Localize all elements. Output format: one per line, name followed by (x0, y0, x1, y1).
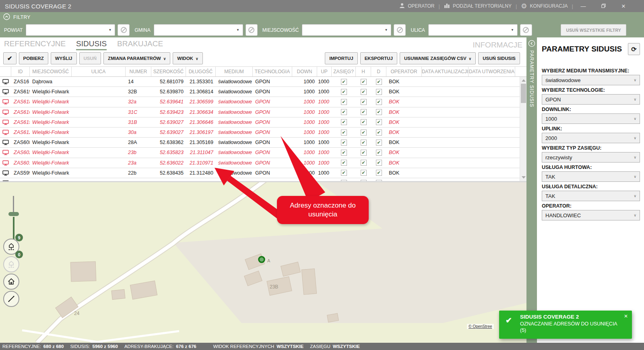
checkbox-h[interactable]: ✔ (361, 79, 367, 85)
scroll-up-icon[interactable] (522, 79, 526, 82)
select-all-button[interactable]: ✔ (3, 52, 17, 64)
column-header-data_utworzenia[interactable]: DATA UTWORZENIA (469, 67, 515, 76)
filter-combobox-ulica[interactable]: ▼ (428, 24, 518, 36)
scrollbar-thumb[interactable] (521, 84, 526, 103)
zmiana-parametrow-button[interactable]: ZMIANA PARAMETRÓW∨ (103, 52, 170, 64)
checkbox-d[interactable]: ✔ (376, 99, 382, 105)
parameter-select-typ-zasiegu[interactable]: rzeczywisty∨ (542, 152, 640, 163)
tab-referencyjne[interactable]: REFERENCYJNE (4, 39, 66, 50)
zoom-slider-handle[interactable] (8, 212, 19, 216)
close-button[interactable]: ✕ (621, 3, 626, 9)
checkbox-d[interactable]: ✔ (376, 170, 382, 176)
checkbox-d[interactable]: ✔ (376, 130, 382, 136)
table-row[interactable]: ZAS612Wielątki-Folwark30a52.63902721.306… (0, 128, 526, 138)
eksportuj-button[interactable]: EKSPORTUJ (360, 52, 397, 64)
show-missing-markers-button[interactable] (3, 256, 19, 272)
checkbox-d[interactable]: ✔ (376, 160, 382, 166)
checkbox-zasieg[interactable]: ✔ (341, 150, 347, 156)
operator-menu-item[interactable]: OPERATOR (395, 3, 438, 10)
clear-filter-button-powiat[interactable] (118, 24, 130, 36)
maximize-button[interactable] (601, 3, 606, 9)
home-view-button[interactable] (3, 274, 19, 290)
table-scrollbar[interactable] (520, 77, 526, 181)
checkbox-d[interactable]: ✔ (376, 109, 382, 115)
checkbox-zasieg[interactable]: ✔ (341, 119, 347, 125)
table-row[interactable]: ZAS16Dąbrowa1452.68107921.353301światłow… (0, 77, 526, 87)
checkbox-zasieg[interactable]: ✔ (341, 140, 347, 146)
table-row[interactable]: ZAS608Wielątki-Folwark28A52.63836221.305… (0, 138, 526, 148)
refresh-button[interactable]: ⟳ (628, 43, 640, 55)
table-row[interactable]: ✔✔✔ (0, 178, 526, 181)
column-header-miejscowosc[interactable]: MIEJSCOWOŚĆ (30, 67, 72, 76)
checkbox-d[interactable]: ✔ (376, 79, 382, 85)
checkbox-d[interactable]: ✔ (376, 140, 382, 146)
checkbox-zasieg[interactable]: ✔ (341, 109, 347, 115)
parameter-select-usluga-detaliczna[interactable]: TAK∨ (542, 191, 640, 201)
tab-informacje[interactable]: INFORMACJE (473, 41, 523, 50)
column-header-operator[interactable]: OPERATOR (386, 67, 422, 76)
parameter-select-technologia[interactable]: GPON∨ (542, 94, 640, 105)
filter-combobox-gmina[interactable]: ▼ (154, 24, 243, 36)
checkbox-zasieg[interactable]: ✔ (341, 79, 347, 85)
column-header-up[interactable]: UP (317, 67, 332, 76)
table-row[interactable]: ZAS615Wielątki-Folwark31B52.63902721.306… (0, 117, 526, 128)
column-header-szerokosc[interactable]: SZEROKOŚĆ (151, 67, 186, 76)
pobierz-button[interactable]: POBIERZ (19, 52, 48, 64)
collapse-filters-icon[interactable] (3, 13, 10, 22)
parameter-select-usluga-hurtowa[interactable]: TAK∨ (542, 171, 640, 182)
checkbox-zasieg[interactable]: ✔ (341, 99, 347, 105)
clear-filter-button-gmina[interactable] (246, 24, 258, 36)
minimize-button[interactable]: — (580, 3, 586, 9)
parameter-select-downlink[interactable]: 1000∨ (542, 113, 640, 124)
column-header-ulica[interactable]: ULICA (72, 67, 126, 76)
column-header-h[interactable]: H (356, 67, 371, 76)
map-marker[interactable] (259, 257, 264, 262)
column-header-medium[interactable]: MEDIUM (216, 67, 253, 76)
table-row[interactable]: ZAS599Wielątki-Folwark22b52.63843521.312… (0, 168, 526, 178)
importuj-button[interactable]: IMPORTUJ (325, 52, 357, 64)
filter-combobox-powiat[interactable]: ▼ (26, 24, 115, 36)
table-row[interactable]: ZAS602Wielątki-Folwark23b52.63582321.311… (0, 148, 526, 158)
column-header-zasieg[interactable]: ZASIĘG? (332, 67, 356, 76)
checkbox-zasieg[interactable]: ✔ (341, 130, 347, 136)
checkbox-zasieg[interactable]: ✔ (341, 89, 347, 95)
podzial-terytorialny-menu-item[interactable]: PODZIAŁ TERYTORIALNY (440, 3, 516, 9)
column-header-dlugosc[interactable]: DŁUGOŚĆ (186, 67, 216, 76)
table-row[interactable]: ZAS618Wielątki-Folwark32a52.63964121.306… (0, 97, 526, 107)
map-zoom-slider[interactable] (8, 196, 19, 239)
column-header-data_aktualizacji[interactable]: DATA AKTUALIZACJI (422, 67, 469, 76)
checkbox-h[interactable]: ✔ (361, 140, 367, 146)
column-header-id[interactable]: ID (11, 67, 30, 76)
checkbox-d[interactable]: ✔ (376, 89, 382, 95)
column-header-down[interactable]: DOWN (292, 67, 317, 76)
checkbox-zasieg[interactable]: ✔ (341, 170, 347, 176)
konfiguracja-menu-item[interactable]: ⚙ KONFIGURACJA (517, 2, 572, 10)
table-row[interactable]: ZAS616Wielątki-Folwark31C52.63942321.306… (0, 107, 526, 117)
table-row[interactable]: ZAS601Wielątki-Folwark23a52.63602221.310… (0, 158, 526, 168)
column-header-technologia[interactable]: TECHNOLOGIA (253, 67, 292, 76)
checkbox-d[interactable]: ✔ (376, 150, 382, 156)
wyslij-button[interactable]: WYŚLIJ (51, 52, 77, 64)
filter-combobox-miejscowosc[interactable]: ▼ (302, 24, 391, 36)
checkbox-h[interactable]: ✔ (361, 170, 367, 176)
widok-button[interactable]: WIDOK∨ (173, 52, 202, 64)
clear-filter-button-miejscowosc[interactable] (394, 24, 406, 36)
toast-close-icon[interactable]: ✕ (624, 313, 628, 319)
checkbox-h[interactable]: ✔ (361, 109, 367, 115)
checkbox-d[interactable]: ✔ (376, 119, 382, 125)
usun-button[interactable]: USUŃ (79, 52, 101, 64)
checkbox-h[interactable]: ✔ (361, 160, 367, 166)
checkbox-h[interactable]: ✔ (361, 119, 367, 125)
parameter-select-uplink[interactable]: 2000∨ (542, 133, 640, 143)
checkbox-zasieg[interactable]: ✔ (341, 160, 347, 166)
measure-button[interactable] (3, 291, 19, 307)
clear-all-filters-button[interactable]: USUŃ WSZYSTKIE FILTRY (561, 24, 626, 36)
clear-filter-button-ulica[interactable] (520, 24, 532, 36)
collapse-panel-icon[interactable] (528, 40, 535, 49)
parameter-select-medium[interactable]: światłowodowe∨ (542, 75, 640, 85)
parameter-select-operator[interactable]: HANDLOWIEC∨ (542, 210, 640, 220)
checkbox-h[interactable]: ✔ (361, 150, 367, 156)
scroll-down-icon[interactable] (522, 176, 526, 179)
table-row[interactable]: ZAS619Wielątki-Folwark32B52.63987021.306… (0, 87, 526, 97)
column-header-numer[interactable]: NUMER (126, 67, 151, 76)
